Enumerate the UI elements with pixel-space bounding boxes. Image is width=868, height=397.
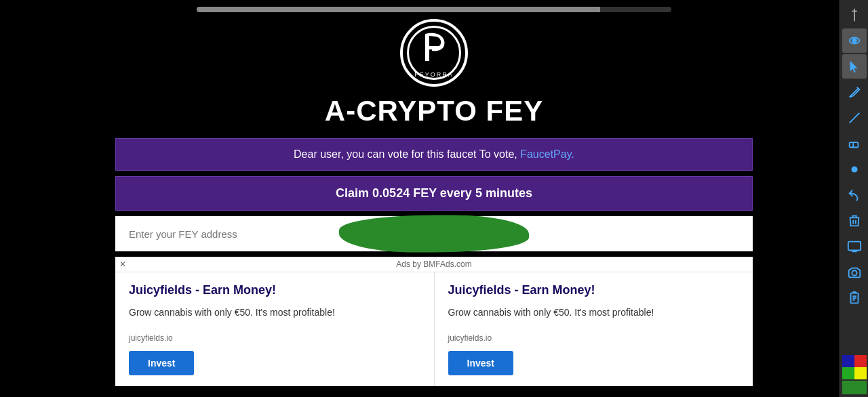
faucetpay-link[interactable]: FaucetPay. [520, 148, 574, 160]
toolbar-camera-icon[interactable] [842, 260, 867, 285]
ad-domain-1: juicyfields.io [129, 333, 420, 343]
ad-domain-2: juicyfields.io [448, 333, 740, 343]
swatch-row-top [842, 355, 867, 367]
toolbar-eye-icon[interactable] [842, 28, 867, 53]
action-row [115, 216, 753, 251]
info-banner: Dear user, you can vote for this faucet … [115, 138, 753, 171]
toolbar [840, 0, 868, 397]
ad-card-2: Juicyfields - Earn Money! Grow cannabis … [435, 272, 753, 386]
toolbar-pin-icon[interactable] [842, 3, 867, 27]
toolbar-clipboard-icon[interactable] [842, 286, 867, 310]
page-title: A-CRYPTO FEY [115, 95, 753, 127]
swatch-red[interactable] [854, 355, 867, 367]
ad-title-1: Juicyfields - Earn Money! [129, 283, 420, 297]
ads-grid: Juicyfields - Earn Money! Grow cannabis … [115, 272, 753, 386]
toolbar-pencil-icon[interactable] [842, 80, 867, 104]
swatch-yellow[interactable] [854, 367, 867, 379]
svg-rect-9 [848, 242, 860, 251]
toolbar-screen-icon[interactable] [842, 234, 867, 259]
ad-invest-button-1[interactable]: Invest [129, 351, 194, 375]
ads-label: Ads by BMFAds.com [115, 257, 753, 272]
logo-f-icon [417, 28, 451, 70]
toolbar-dot-icon[interactable] [842, 157, 867, 182]
toolbar-line-icon[interactable] [842, 106, 867, 130]
swatch-green[interactable] [842, 367, 854, 379]
info-banner-text: Dear user, you can vote for this faucet … [294, 148, 517, 160]
color-swatches [842, 355, 867, 394]
logo-inner: FEYORRA [407, 26, 461, 80]
ad-title-2: Juicyfields - Earn Money! [448, 283, 740, 297]
logo-area: FEYORRA [115, 19, 753, 87]
svg-point-8 [851, 166, 857, 172]
ad-body-1: Grow cannabis with only €50. It's most p… [129, 306, 420, 320]
progress-bar-fill [197, 7, 600, 12]
ad-invest-button-2[interactable]: Invest [448, 351, 513, 375]
svg-line-5 [849, 113, 859, 123]
main-content: FEYORRA A-CRYPTO FEY Dear user, you can … [115, 0, 753, 386]
svg-point-3 [852, 39, 856, 43]
logo-circle: FEYORRA [400, 19, 468, 87]
toolbar-eraser-icon[interactable] [842, 131, 867, 156]
swatch-blue[interactable] [842, 355, 854, 367]
claim-banner: Claim 0.0524 FEY every 5 minutes [115, 176, 753, 211]
ads-container: Ads by BMFAds.com Juicyfields - Earn Mon… [115, 257, 753, 386]
logo-brand-text: FEYORRA [414, 71, 454, 78]
swatch-row-middle [842, 367, 867, 379]
toolbar-trash-icon[interactable] [842, 209, 867, 233]
ads-close-icon[interactable]: ✕ [117, 258, 129, 270]
ad-card-1: Juicyfields - Earn Money! Grow cannabis … [115, 272, 435, 386]
progress-bar-container [197, 7, 671, 12]
toolbar-undo-icon[interactable] [842, 183, 867, 207]
green-blob-overlay [339, 215, 529, 253]
claim-text: Claim 0.0524 FEY every 5 minutes [336, 186, 532, 200]
svg-point-12 [852, 270, 856, 275]
ad-body-2: Grow cannabis with only €50. It's most p… [448, 306, 740, 320]
toolbar-cursor-icon[interactable] [842, 54, 867, 79]
swatch-green-full[interactable] [842, 381, 867, 394]
